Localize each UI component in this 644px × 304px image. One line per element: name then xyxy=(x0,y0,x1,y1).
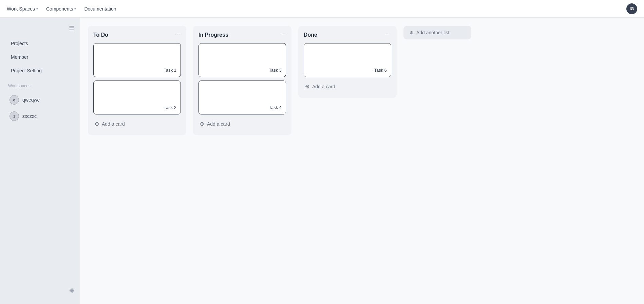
column-todo-header: To Do ··· xyxy=(93,31,181,38)
add-card-todo-icon: ⊕ xyxy=(95,121,99,127)
add-card-in-progress[interactable]: ⊕ Add a card xyxy=(198,118,286,130)
add-list-label: Add another list xyxy=(416,30,449,35)
add-list-button[interactable]: ⊕ Add another list xyxy=(403,26,471,39)
workspace-name-qweqwe: qweqwe xyxy=(22,97,40,103)
column-done-menu-icon[interactable]: ··· xyxy=(385,31,391,38)
board-main: To Do ··· Task 1 Task 2 ⊕ Add a card In … xyxy=(80,18,644,304)
column-in-progress-title: In Progress xyxy=(198,32,228,38)
top-navigation: Work Spaces ▾ Components ▾ Documentation… xyxy=(0,0,644,18)
workspace-avatar-qweqwe: q xyxy=(10,95,19,105)
nav-left: Work Spaces ▾ Components ▾ Documentation xyxy=(7,6,116,12)
column-done-title: Done xyxy=(304,32,317,38)
sidebar-toggle[interactable]: ☰ xyxy=(0,23,80,36)
column-in-progress-menu-icon[interactable]: ··· xyxy=(280,31,286,38)
add-card-done-icon: ⊕ xyxy=(305,83,309,90)
sidebar-item-member[interactable]: Member xyxy=(3,51,77,63)
card-task2[interactable]: Task 2 xyxy=(93,81,181,114)
column-in-progress-header: In Progress ··· xyxy=(198,31,286,38)
card-task2-label: Task 2 xyxy=(164,105,176,110)
workspaces-menu[interactable]: Work Spaces ▾ xyxy=(7,6,38,12)
workspace-item-qweqwe[interactable]: q qweqwe xyxy=(1,92,78,107)
column-done-header: Done ··· xyxy=(304,31,391,38)
sidebar-bottom: ✺ xyxy=(0,283,80,299)
add-list-icon: ⊕ xyxy=(410,30,414,35)
card-task6[interactable]: Task 6 xyxy=(304,43,391,77)
card-task1-label: Task 1 xyxy=(164,68,176,73)
column-done: Done ··· Task 6 ⊕ Add a card xyxy=(298,26,397,98)
sidebar-item-projects[interactable]: Projects xyxy=(3,37,77,50)
column-todo-title: To Do xyxy=(93,32,108,38)
workspaces-chevron-icon: ▾ xyxy=(36,7,38,11)
workspace-avatar-zxczxc: z xyxy=(10,111,19,121)
app-layout: ☰ Projects Member Project Setting Worksp… xyxy=(0,18,644,304)
add-list-column: ⊕ Add another list xyxy=(403,26,471,39)
column-todo: To Do ··· Task 1 Task 2 ⊕ Add a card xyxy=(88,26,186,135)
components-label: Components xyxy=(46,6,73,12)
sidebar: ☰ Projects Member Project Setting Worksp… xyxy=(0,18,80,304)
card-task4-label: Task 4 xyxy=(269,105,282,110)
workspaces-label: Work Spaces xyxy=(7,6,35,12)
theme-toggle-icon[interactable]: ✺ xyxy=(69,287,74,294)
components-menu[interactable]: Components ▾ xyxy=(46,6,76,12)
documentation-label: Documentation xyxy=(84,6,116,12)
card-task3[interactable]: Task 3 xyxy=(198,43,286,77)
add-card-done[interactable]: ⊕ Add a card xyxy=(304,81,391,92)
column-in-progress: In Progress ··· Task 3 Task 4 ⊕ Add a ca… xyxy=(193,26,291,135)
card-task1[interactable]: Task 1 xyxy=(93,43,181,77)
add-card-todo[interactable]: ⊕ Add a card xyxy=(93,118,181,130)
add-card-in-progress-label: Add a card xyxy=(207,121,230,127)
workspaces-section-label: Workspaces xyxy=(0,78,80,91)
sidebar-item-project-setting[interactable]: Project Setting xyxy=(3,65,77,77)
documentation-link[interactable]: Documentation xyxy=(84,6,116,12)
add-card-in-progress-icon: ⊕ xyxy=(200,121,204,127)
workspace-item-zxczxc[interactable]: z zxczxc xyxy=(1,109,78,124)
card-task4[interactable]: Task 4 xyxy=(198,81,286,114)
hamburger-icon: ☰ xyxy=(69,24,74,32)
add-card-todo-label: Add a card xyxy=(102,121,125,127)
components-chevron-icon: ▾ xyxy=(74,7,76,11)
card-task6-label: Task 6 xyxy=(374,68,387,73)
user-avatar[interactable]: IG xyxy=(626,3,637,14)
kanban-board: To Do ··· Task 1 Task 2 ⊕ Add a card In … xyxy=(88,26,636,135)
column-todo-menu-icon[interactable]: ··· xyxy=(175,31,181,38)
card-task3-label: Task 3 xyxy=(269,68,282,73)
add-card-done-label: Add a card xyxy=(312,84,335,89)
workspace-name-zxczxc: zxczxc xyxy=(22,113,37,119)
